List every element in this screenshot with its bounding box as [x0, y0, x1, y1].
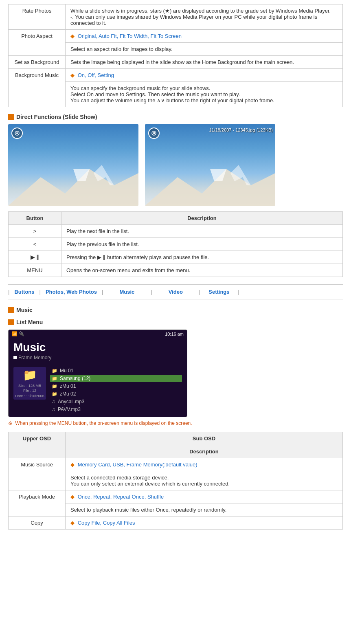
folder-item-icon: 📁	[52, 384, 57, 389]
direct-functions-heading: Direct Functions (Slide Show)	[8, 114, 343, 120]
background-music-values: On, Off, Setting	[78, 72, 114, 78]
copy-label: Copy	[9, 517, 66, 530]
bgmusic-line2: Select On and move to Settings. Then sel…	[70, 91, 240, 97]
list-item: 📁 zMu 02	[50, 390, 182, 398]
list-item: 📁 Mu 01	[50, 367, 182, 374]
photo-aspect-values: Original, Auto Fit, Fit To Width, Fit To…	[78, 33, 182, 39]
music-source-line2: You can only select an external device w…	[70, 481, 230, 487]
music-section-icon	[8, 307, 14, 313]
photo-aspect-desc: Select an aspect ratio for images to dis…	[66, 43, 343, 56]
table-row-playback-options: Playback Mode ◆ Once, Repeat, Repeat Onc…	[9, 490, 343, 503]
music-note-icon: ♫	[52, 399, 55, 404]
table-row-copy: Copy ◆ Copy File, Copy All Files	[9, 517, 343, 530]
status-left: 📶 🔌	[12, 331, 24, 336]
music-source-label: Music Source	[9, 458, 66, 490]
file-name: Anycall.mp3	[58, 399, 84, 404]
orange-dot-icon5: ◆	[70, 520, 75, 526]
desc-playpause: Pressing the ▶ ‖ button alternately play…	[61, 251, 343, 264]
music-source-values: Memory Card, USB, Frame Memory(:default …	[78, 462, 197, 468]
top-settings-table: Rate Photos While a slide show is in pro…	[8, 4, 343, 107]
orange-dot-icon3: ◆	[70, 462, 75, 468]
list-menu-heading: List Menu	[8, 319, 343, 325]
music-note-icon: ♫	[52, 407, 55, 412]
pause-icon	[148, 127, 160, 139]
desc-prev: Play the previous file in the list.	[61, 238, 343, 251]
rate-photos-label: Rate Photos	[9, 4, 66, 30]
set-background-label: Set as Background	[9, 56, 66, 69]
folder-icon: 📁	[23, 368, 37, 382]
buttons-table-header: Button Description	[9, 212, 343, 225]
folder-item-icon: 📁	[52, 376, 57, 381]
source-label: Frame Memory	[18, 355, 51, 360]
orange-dot-icon4: ◆	[70, 494, 75, 500]
file-info-text: 11/18/2007 - 12345.jpg (123KB)	[209, 127, 273, 132]
slideshow-container: 11/18/2007 - 12345.jpg (123KB)	[8, 124, 343, 206]
orange-dot-icon2: ◆	[70, 72, 75, 78]
list-item: ♫ PAVV.mp3	[50, 406, 182, 413]
play-icon	[11, 127, 23, 139]
col-description: Description	[61, 212, 343, 225]
table-row-rate-photos: Rate Photos While a slide show is in pro…	[9, 4, 343, 30]
btn-next: >	[9, 225, 61, 238]
svg-marker-0	[8, 169, 138, 206]
note-text: ※ When pressing the MENU button, the on-…	[8, 420, 343, 426]
mountain-svg-1	[8, 157, 138, 206]
file-name: Samsung (12)	[60, 376, 90, 381]
btn-playpause: ▶ ‖	[9, 251, 61, 264]
file-name: PAVV.mp3	[58, 407, 81, 412]
description-header: Description	[66, 445, 343, 458]
list-item[interactable]: 📁 Samsung (12)	[50, 375, 182, 382]
list-item: 📁 zMu 01	[50, 382, 182, 390]
svg-point-8	[152, 131, 156, 135]
nav-music[interactable]: Music	[103, 289, 151, 295]
statusbar: 📶 🔌 10:16 am	[9, 330, 187, 338]
desc-menu: Opens the on-screen menu and exits from …	[61, 264, 343, 277]
table-row-bgmusic-options: Background Music ◆ On, Off, Setting	[9, 69, 343, 82]
table-row-playpause: ▶ ‖ Pressing the ▶ ‖ button alternately …	[9, 251, 343, 264]
bottom-table-header-row1: Upper OSD Sub OSD	[9, 432, 343, 445]
copy-options: ◆ Copy File, Copy All Files	[66, 517, 343, 530]
folder-item-icon: 📁	[52, 391, 57, 397]
file-name: zMu 01	[60, 383, 76, 389]
btn-prev: <	[9, 238, 61, 251]
playback-mode-label: Playback Mode	[9, 490, 66, 517]
bottom-settings-table: Upper OSD Sub OSD Description Music Sour…	[8, 432, 343, 530]
source-icon	[13, 356, 17, 359]
music-source-line1: Select a connected media storage device.	[70, 475, 169, 481]
orange-dot-icon: ◆	[70, 33, 75, 39]
svg-rect-10	[154, 132, 155, 134]
nav-sep-end: |	[238, 289, 239, 295]
music-file-list: 📁 Mu 01 📁 Samsung (12) 📁 zMu 01 📁 zMu 02	[50, 367, 182, 413]
table-row-next: > Play the next file in the list.	[9, 225, 343, 238]
nav-settings[interactable]: Settings	[200, 289, 237, 295]
folder-item-icon: 📁	[52, 368, 57, 374]
bgmusic-line1: You can specify the background music for…	[70, 85, 210, 91]
table-row-menu: MENU Opens the on-screen menu and exits …	[9, 264, 343, 277]
photo-aspect-label: Photo Aspect	[9, 30, 66, 56]
playback-mode-options: ◆ Once, Repeat, Repeat Once, Shuffle	[66, 490, 343, 503]
table-row-photo-aspect: Photo Aspect ◆ Original, Auto Fit, Fit T…	[9, 30, 343, 43]
rate-photos-content: While a slide show is in progress, stars…	[66, 4, 343, 30]
svg-marker-5	[145, 169, 275, 206]
nav-photos[interactable]: Photos, Web Photos	[41, 289, 102, 295]
list-item: ♫ Anycall.mp3	[50, 398, 182, 405]
copy-values: Copy File, Copy All Files	[78, 520, 135, 526]
music-body: 📁 Size : 128 MBFile : 12Date : 11/10/200…	[9, 364, 187, 417]
photo-aspect-options: ◆ Original, Auto Fit, Fit To Width, Fit …	[66, 30, 343, 43]
thumb-info: Size : 128 MBFile : 12Date : 11/10/2006	[15, 383, 44, 399]
btn-menu: MENU	[9, 264, 61, 277]
sub-osd-header: Sub OSD	[66, 432, 343, 445]
list-menu-icon	[8, 319, 14, 325]
nav-buttons[interactable]: Buttons	[9, 289, 39, 295]
table-row-set-background: Set as Background Sets the image being d…	[9, 56, 343, 69]
nav-video[interactable]: Video	[152, 289, 199, 295]
slide-image-2: 11/18/2007 - 12345.jpg (123KB)	[145, 124, 275, 206]
background-music-desc: You can specify the background music for…	[66, 82, 343, 107]
music-source-options: ◆ Memory Card, USB, Frame Memory(:defaul…	[66, 458, 343, 471]
table-row-prev: < Play the previous file in the list.	[9, 238, 343, 251]
status-time: 10:16 am	[165, 332, 184, 336]
rate-photos-line1: While a slide show is in progress, stars…	[70, 8, 331, 14]
svg-rect-9	[153, 132, 154, 134]
section-icon	[8, 114, 14, 120]
bgmusic-line3: You can adjust the volume using the ∧∨ b…	[70, 97, 274, 103]
